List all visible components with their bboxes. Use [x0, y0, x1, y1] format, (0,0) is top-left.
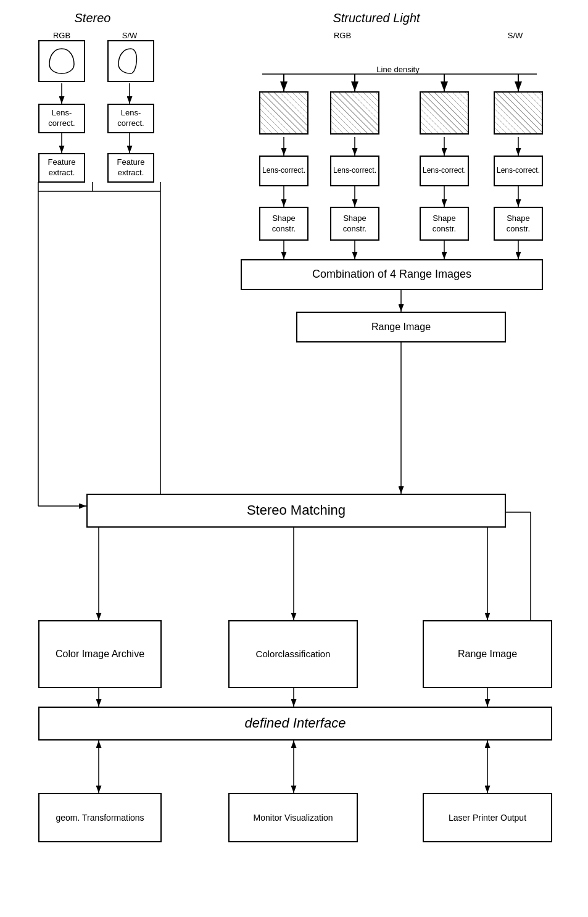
defined-interface: defined Interface: [38, 707, 552, 741]
stereo-rgb-camera: [38, 40, 85, 82]
combination-box: Combination of 4 Range Images: [241, 259, 543, 290]
range-image-bottom: Range Image: [423, 620, 552, 688]
lens-correct-1: Lens-correct.: [38, 104, 85, 133]
monitor-visualization: Monitor Visualization: [228, 793, 358, 842]
sl-hatch-4: [494, 91, 543, 135]
line-density-label: Line density: [358, 65, 438, 74]
geom-transformations: geom. Transformations: [38, 793, 162, 842]
lens-correct-sl3: Lens-correct.: [420, 156, 469, 186]
shape-constr-3: Shape constr.: [420, 207, 469, 241]
stereo-sw-label: S/W: [108, 31, 151, 40]
feature-extract-2: Feature extract.: [107, 153, 154, 183]
structured-light-header: Structured Light: [284, 11, 469, 25]
lens-correct-2: Lens-correct.: [107, 104, 154, 133]
sl-hatch-2: [330, 91, 379, 135]
sl-rgb-label: RGB: [321, 31, 364, 40]
colorclassification: Colorclassification: [228, 620, 358, 688]
diagram-container: Stereo Structured Light RGB S/W RGB S/W …: [0, 0, 588, 917]
stereo-sw-camera: [107, 40, 154, 82]
stereo-rgb-label: RGB: [40, 31, 83, 40]
range-image-top: Range Image: [296, 312, 506, 342]
shape-constr-2: Shape constr.: [330, 207, 379, 241]
shape-constr-1: Shape constr.: [259, 207, 308, 241]
laser-printer: Laser Printer Output: [423, 793, 552, 842]
color-image-archive: Color Image Archive: [38, 620, 162, 688]
lens-correct-sl2: Lens-correct.: [330, 156, 379, 186]
lens-correct-sl1: Lens-correct.: [259, 156, 308, 186]
sl-hatch-1: [259, 91, 308, 135]
lens-correct-sl4: Lens-correct.: [494, 156, 543, 186]
feature-extract-1: Feature extract.: [38, 153, 85, 183]
svg-overlay: [0, 0, 588, 917]
sl-sw-label: S/W: [494, 31, 537, 40]
shape-constr-4: Shape constr.: [494, 207, 543, 241]
stereo-matching: Stereo Matching: [86, 494, 506, 528]
sl-hatch-3: [420, 91, 469, 135]
stereo-header: Stereo: [31, 11, 154, 25]
